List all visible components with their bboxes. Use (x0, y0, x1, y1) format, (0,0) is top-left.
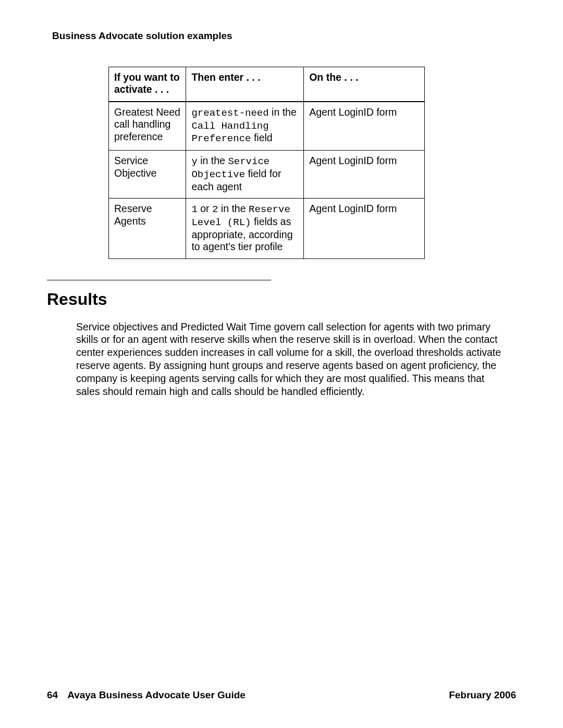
cell-enter-code: greatest-need (191, 107, 268, 119)
table-header-on-the: On the . . . (304, 67, 425, 102)
results-paragraph: Service objectives and Predicted Wait Ti… (76, 320, 506, 399)
cell-enter-text: or (198, 203, 212, 214)
section-rule (47, 280, 271, 280)
cell-enter-code: 2 (212, 204, 218, 215)
cell-enter-text: in the (198, 155, 228, 166)
cell-on-the: Agent LoginID form (304, 102, 425, 151)
table-row: Service Objective y in the Service Objec… (109, 151, 425, 199)
cell-enter: greatest-need in the Call Handling Prefe… (186, 102, 304, 151)
table-header-row: If you want to activate . . . Then enter… (109, 67, 425, 102)
cell-activate: Service Objective (109, 151, 186, 199)
cell-activate: Reserve Agents (109, 199, 186, 258)
cell-enter-text: in the (218, 203, 249, 214)
cell-on-the: Agent LoginID form (304, 151, 425, 199)
section-heading-results: Results (47, 290, 516, 309)
page-footer: 64Avaya Business Advocate User Guide Feb… (47, 689, 516, 701)
cell-on-the: Agent LoginID form (304, 199, 425, 258)
table-header-enter: Then enter . . . (186, 67, 304, 102)
cell-enter-code: 1 (191, 204, 197, 215)
table-row: Greatest Need call handling preference g… (109, 102, 425, 151)
cell-enter: y in the Service Objective field for eac… (186, 151, 304, 199)
cell-activate: Greatest Need call handling preference (109, 102, 186, 151)
page-number: 64 (47, 689, 58, 700)
footer-date: February 2006 (449, 689, 516, 701)
cell-enter-text: in the (269, 106, 297, 118)
activation-table: If you want to activate . . . Then enter… (108, 67, 425, 259)
table-row: Reserve Agents 1 or 2 in the Reserve Lev… (109, 199, 425, 258)
cell-enter-text: field (251, 132, 272, 143)
footer-left: 64Avaya Business Advocate User Guide (47, 689, 246, 701)
cell-enter-code: y (191, 156, 197, 167)
activation-table-wrap: If you want to activate . . . Then enter… (108, 67, 425, 259)
cell-enter: 1 or 2 in the Reserve Level (RL) fields … (186, 199, 304, 258)
table-header-activate: If you want to activate . . . (109, 67, 186, 102)
footer-doc-title: Avaya Business Advocate User Guide (67, 689, 246, 700)
running-header: Business Advocate solution examples (52, 30, 516, 42)
page: Business Advocate solution examples If y… (0, 0, 563, 728)
